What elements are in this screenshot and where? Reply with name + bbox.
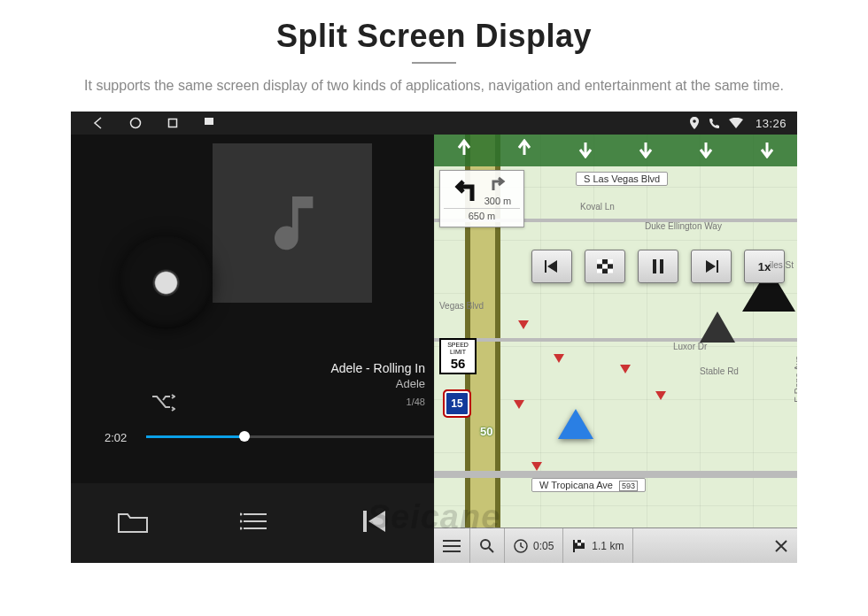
svg-rect-11	[602, 264, 608, 268]
map-pin-icon	[554, 354, 564, 363]
route-shield-2: 50	[480, 425, 492, 438]
svg-rect-20	[581, 540, 585, 543]
notification-icon[interactable]	[204, 117, 214, 129]
status-bar: 13:26	[71, 112, 797, 135]
flag-icon	[572, 539, 586, 553]
interstate-shield: 15	[443, 389, 471, 418]
map-bottom-bar: 0:05 1.1 km	[434, 527, 797, 563]
map-pin-icon	[514, 400, 524, 409]
map-search-button[interactable]	[470, 528, 505, 563]
svg-point-3	[693, 119, 696, 123]
map-pin-icon	[518, 320, 529, 329]
label-vegas: Vegas Blvd	[439, 301, 484, 311]
street-label-top: S Las Vegas Blvd	[576, 172, 668, 186]
lane-arrow-icon	[515, 139, 533, 162]
svg-rect-10	[608, 259, 613, 264]
label-reno: E Reno Ave	[794, 356, 797, 403]
lane-arrow-icon	[637, 139, 655, 162]
speed-limit-sign: SPEED LIMIT 56	[439, 338, 477, 374]
svg-rect-15	[660, 259, 663, 273]
road-minor-1	[434, 338, 797, 342]
map-pin-icon	[620, 365, 631, 373]
svg-point-5	[240, 520, 243, 523]
phone-icon	[709, 118, 720, 129]
trip-distance: 1.1 km	[592, 540, 624, 552]
title-underline	[412, 62, 456, 64]
svg-rect-13	[608, 269, 613, 273]
svg-rect-14	[653, 259, 656, 273]
map-next-button[interactable]	[691, 250, 732, 283]
street-label-tropicana: W Tropicana Ave 593	[531, 478, 646, 492]
wifi-icon	[729, 118, 743, 128]
road-tropicana	[434, 471, 797, 478]
label-giles: iles St	[770, 260, 794, 270]
landmark-building	[700, 312, 735, 343]
lane-arrow-icon	[577, 139, 594, 162]
clock: 13:26	[756, 117, 787, 130]
svg-rect-21	[577, 543, 581, 545]
playlist-icon[interactable]	[240, 511, 270, 535]
map-prev-button[interactable]	[531, 250, 572, 283]
svg-point-0	[131, 119, 141, 128]
shuffle-icon[interactable]	[151, 391, 175, 416]
album-art	[213, 143, 372, 303]
svg-point-16	[481, 540, 490, 549]
svg-rect-9	[597, 259, 602, 264]
map-menu-button[interactable]	[434, 528, 470, 563]
turn-next-distance: 300 m	[484, 196, 512, 206]
track-index: 1/48	[330, 394, 425, 410]
player-controls	[71, 483, 434, 563]
svg-rect-2	[205, 118, 213, 125]
back-icon[interactable]	[92, 117, 105, 129]
map-pin-icon	[655, 391, 666, 400]
trip-time: 0:05	[533, 540, 554, 552]
clock-icon	[514, 539, 528, 553]
lane-arrow-icon	[758, 139, 776, 162]
turn-distance: 650 m	[444, 208, 520, 221]
map-pin-icon	[531, 462, 542, 471]
svg-rect-12	[597, 269, 602, 273]
svg-point-6	[240, 527, 243, 530]
lane-arrow-icon	[455, 139, 473, 162]
page-subtitle: It supports the same screen display of t…	[53, 76, 815, 96]
home-icon[interactable]	[129, 117, 142, 129]
label-stable: Stable Rd	[700, 366, 739, 376]
lane-guidance-bar	[434, 135, 797, 166]
label-luxor: Luxor Dr	[673, 342, 707, 351]
vinyl-record-icon	[120, 236, 213, 329]
previous-icon[interactable]	[361, 509, 388, 537]
turn-right-icon	[488, 174, 508, 192]
label-ellington: Duke Ellington Way	[645, 221, 722, 231]
svg-rect-7	[363, 511, 367, 532]
map-close-button[interactable]	[765, 528, 797, 563]
nav-cursor-icon	[558, 409, 593, 439]
track-artist: Adele	[330, 376, 425, 392]
map-pane[interactable]: S Las Vegas Blvd 300 m 650 m 1x	[434, 135, 797, 563]
elapsed-time: 2:02	[105, 431, 127, 444]
map-checker-button[interactable]	[585, 250, 625, 283]
svg-point-4	[240, 513, 243, 516]
track-title: Adele - Rolling In	[330, 360, 425, 376]
svg-rect-1	[169, 119, 177, 127]
music-pane: Adele - Rolling In Adele 1/48 2:02	[71, 135, 434, 563]
page-title: Split Screen Display	[0, 18, 868, 55]
label-koval: Koval Ln	[580, 202, 615, 212]
recent-apps-icon[interactable]	[167, 117, 179, 129]
location-icon	[689, 117, 700, 129]
progress-bar[interactable]	[146, 435, 434, 438]
folder-icon[interactable]	[117, 509, 149, 537]
device-frame: 13:26 Adele - Rolling In Adele 1/48 2:02	[71, 112, 797, 563]
map-controls: 1x	[531, 250, 785, 283]
lane-arrow-icon	[697, 139, 715, 162]
turn-left-icon	[453, 174, 483, 204]
turn-panel: 300 m 650 m	[439, 170, 524, 227]
map-pause-button[interactable]	[638, 250, 678, 283]
